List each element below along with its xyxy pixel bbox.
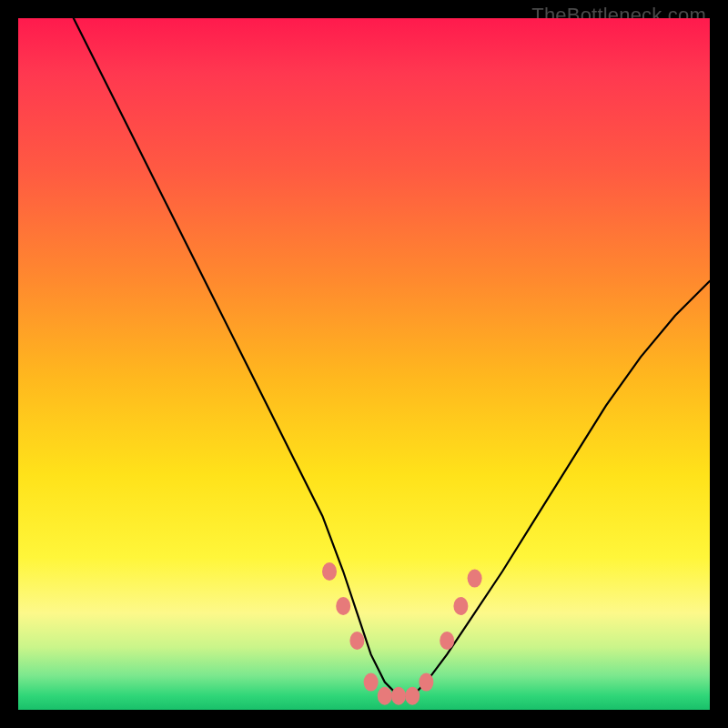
background-gradient [18, 18, 710, 710]
chart-frame [18, 18, 710, 710]
chart-plot-area [18, 18, 710, 710]
